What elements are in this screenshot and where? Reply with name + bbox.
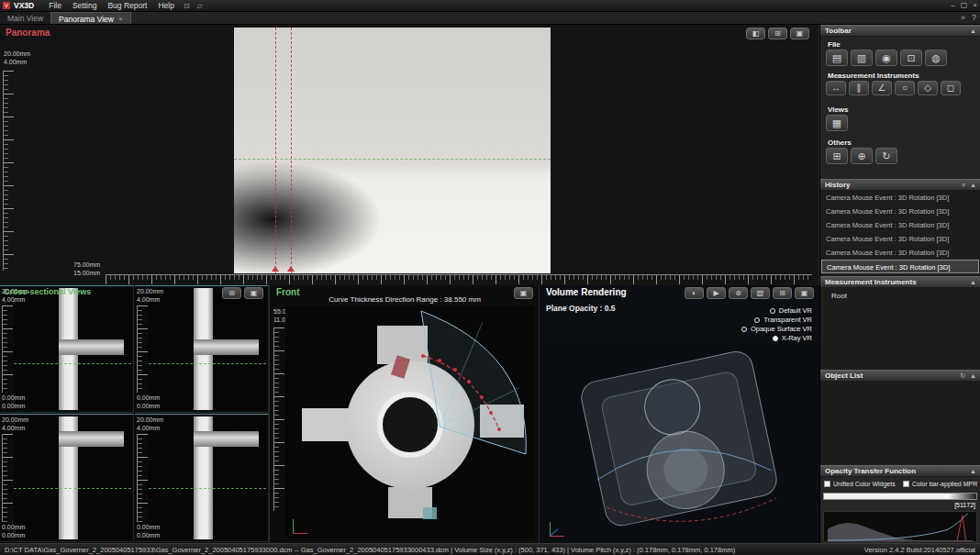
polygon-icon[interactable]: ◇ [918,81,938,95]
radio-transparent-vr[interactable]: Transparent VR [754,316,812,324]
history-item[interactable]: Camera Mouse Event : 3D Rotation [3D] [821,218,979,232]
history-item[interactable]: Camera Mouse Event : 3D Rotation [3D] [821,205,979,218]
checkbox-unified-color-widgets[interactable]: Unified Color Widgets [824,481,896,487]
radio-opaque-surface-vr[interactable]: Opaque Surface VR [741,325,812,333]
circle-icon[interactable]: ○ [895,81,915,95]
history-item-selected[interactable]: Camera Mouse Event : 3D Rotation [3D] [821,260,979,273]
opacity-histogram[interactable] [823,511,977,542]
front-viewport[interactable] [285,305,534,538]
history-item[interactable]: Camera Mouse Event : 3D Rotation [3D] [821,246,979,260]
maximize-view-icon[interactable]: ▣ [244,287,263,299]
vertical-ruler [137,305,148,393]
orientation-icon[interactable]: ◐ [685,287,704,299]
animation-icon[interactable]: ▶ [707,287,726,299]
tree-item-root[interactable]: Root [820,288,980,300]
volume-toolbar: ◐ ▶ ⊛ ▧ ⊞ ▣ [685,287,814,299]
history-panel-header[interactable]: History ≡ ▲ [820,179,980,191]
radio-icon [754,317,760,323]
vertical-ruler [2,434,13,522]
cross-sectional-title: Cross-sectional Views [4,287,91,296]
capture-icon[interactable]: ⊡ [180,2,194,10]
collapse-icon[interactable]: ▲ [970,372,976,380]
layout-grid-icon[interactable]: ⊞ [222,287,241,299]
views-section-label: Views [828,105,849,114]
tab-main-view[interactable]: Main View [0,12,50,24]
distance-icon[interactable]: ↔ [826,81,846,95]
maximize-view-icon[interactable]: ▣ [514,287,533,299]
menu-bug-report[interactable]: Bug Report [102,1,152,10]
collapse-icon[interactable]: ▲ [970,279,976,285]
checkbox-color-bar-applied-mpr[interactable]: Color bar-applied MPR [903,481,977,487]
marker-triangle-icon[interactable] [272,266,279,272]
cross-image[interactable] [149,288,266,410]
layout-left-icon[interactable]: ◧ [746,28,765,39]
volume-viewport[interactable] [542,342,818,540]
print-icon[interactable]: ▥ [851,50,873,66]
cross-image[interactable] [14,416,131,539]
reset-icon[interactable]: ↻ [875,148,897,164]
menu-help[interactable]: Help [152,1,179,10]
panorama-viewport[interactable] [234,28,551,273]
cross-image[interactable] [14,288,131,410]
expand-window-icon[interactable]: ⊞ [826,148,848,164]
status-path: D:\CT DATA\Gas_Governer_2_20050405175933… [5,546,735,554]
annotation-icon[interactable]: ◻ [941,81,961,95]
curve-marker-line[interactable] [291,28,292,273]
camera-icon[interactable]: ⊡ [900,50,922,66]
tab-close-icon[interactable]: × [118,15,123,23]
cross-cell-bottom-right[interactable]: 20.00mm4.00mm 0.00mm0.00mm [135,414,269,542]
vertical-ruler [137,434,148,522]
menu-file[interactable]: File [43,1,67,10]
curve-marker-line[interactable] [275,28,276,273]
maximize-view-icon[interactable]: ▣ [790,28,809,39]
history-item[interactable]: Camera Mouse Event : 3D Rotation [3D] [821,191,979,205]
radio-default-vr[interactable]: Default VR [770,306,812,315]
maximize-button[interactable]: ▢ [961,1,968,9]
opacity-panel-header[interactable]: Opacity Transfer Function ▲ [820,465,980,477]
cross-cell-top-left[interactable]: 20.00mm4.00mm 0.00mm0.00mm [0,285,134,413]
expand-panel-icon[interactable]: » [961,13,965,22]
transfer-color-bar[interactable] [823,493,977,500]
volume-rendering-panel: Volume Rendering Plane Opacity : 0.5 ◐ ▶… [540,285,819,543]
sphere-icon[interactable]: ◍ [925,50,947,66]
report-icon[interactable]: ▱ [194,2,206,10]
plane-opacity-label: Plane Opacity : 0.5 [546,304,616,313]
toolbar-panel-header[interactable]: Toolbar ▲ [820,25,980,37]
refresh-icon[interactable]: ↻ [960,372,965,380]
radio-xray-vr[interactable]: X-Ray VR [773,334,812,342]
clip-icon[interactable]: ▧ [751,287,770,299]
cross-cell-top-right[interactable]: 20.00mm4.00mm 0.00mm0.00mm [135,285,269,413]
help-icon[interactable]: ? [972,13,976,22]
collapse-icon[interactable]: ▲ [970,468,976,474]
collapse-icon[interactable]: ▲ [970,28,976,34]
maximize-view-icon[interactable]: ▣ [795,287,814,299]
settings-icon[interactable]: ⊛ [729,287,748,299]
collapse-icon[interactable]: ▲ [970,182,976,188]
history-item[interactable]: Camera Mouse Event : 3D Rotation [3D] [821,232,979,246]
others-tools: ⊞ ⊕ ↻ [826,148,897,164]
history-menu-icon[interactable]: ≡ [962,182,965,188]
close-button[interactable]: × [973,1,977,9]
minimize-button[interactable]: – [951,1,954,9]
menu-setting[interactable]: Setting [67,1,102,10]
opacity-panel: Unified Color Widgets Color bar-applied … [820,477,980,544]
add-window-icon[interactable]: ⊕ [851,148,873,164]
panorama-panel: Panorama ◧ ⊞ ▣ 20.00mm 4.00mm 75.00mm 15… [0,25,819,285]
layout-grid-icon[interactable]: ⊞ [768,28,787,39]
caliper-icon[interactable]: ∥ [849,81,869,95]
cross-cell-bottom-left[interactable]: 20.00mm4.00mm 0.00mm0.00mm [0,414,134,542]
record-icon[interactable]: ◉ [875,50,897,66]
curve-overlay [285,305,534,538]
vertical-ruler [273,327,284,511]
measurement-panel-header[interactable]: Measurement Instruments ▲ [820,276,980,288]
layout-grid-icon[interactable]: ⊞ [773,287,792,299]
slice-line [14,363,131,364]
object-list-panel-header[interactable]: Object List ↻ ▲ [820,370,980,382]
tab-panorama-view[interactable]: Panorama View × [50,12,131,24]
marker-triangle-icon[interactable] [287,266,295,272]
volume-render-image [542,342,818,540]
open-folder-icon[interactable]: ▤ [826,50,848,66]
multi-view-icon[interactable]: ▦ [826,115,848,131]
cross-image[interactable] [149,416,266,539]
angle-icon[interactable]: ∠ [872,81,892,95]
